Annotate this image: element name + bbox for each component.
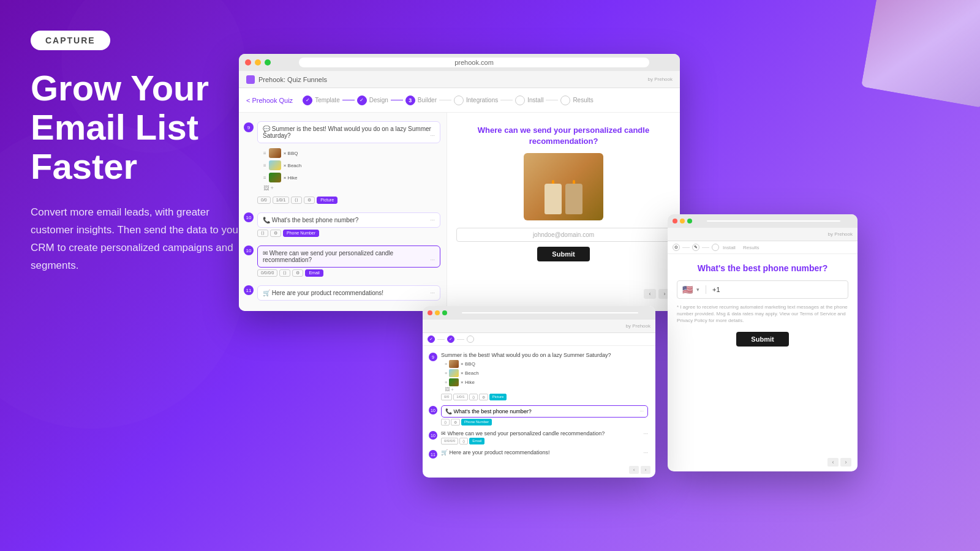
q-tags-9-2: 0/0 1/0/1 ⟨⟩ ⚙ Picture — [441, 394, 648, 400]
q-tag-0000: 0/0/0/0 — [257, 269, 277, 277]
nav-steps: < Prehook Quiz ✓ Template ✓ Design 3 Bui… — [239, 88, 680, 113]
close-btn-2[interactable] — [428, 310, 432, 315]
q-card-11[interactable]: 🛒 Here are your product recommendations!… — [257, 285, 440, 301]
builder-list-2: 9 Summer is the best! What would you do … — [423, 346, 655, 477]
step-results-2[interactable]: ✓ — [447, 335, 454, 343]
step-line-5 — [546, 100, 558, 100]
step-install[interactable]: Install — [515, 96, 543, 105]
third-browser-window: by Prehook ⊙ ✎ Install Results What's th… — [668, 214, 858, 471]
phone-prefix: +1 — [712, 286, 720, 293]
close-btn[interactable] — [245, 59, 251, 66]
q-num-10: 10 — [244, 212, 254, 222]
q-tags-phone-2: ⟨⟩ ⚙ Phone Number — [441, 419, 648, 425]
q-tag-sm-share: ⟨⟩ — [469, 394, 478, 400]
url-bar-3[interactable] — [707, 220, 840, 222]
question-item-10: 10 📞 What's the best phone number? ··· ⟨… — [239, 208, 447, 241]
step-circle-results — [560, 96, 570, 105]
q-thumb-bbq — [269, 148, 281, 158]
step-circle-template: ✓ — [303, 96, 312, 105]
q-text-email-2: ✉ Where can we send your personalized ca… — [441, 430, 648, 437]
q-opt-bbq-2: ≡ × BBQ — [445, 359, 648, 369]
content-2: 9 Summer is the best! What would you do … — [423, 346, 655, 477]
candle-flame-1 — [552, 180, 554, 184]
q-thumb-hike — [269, 173, 281, 182]
step-line-4 — [500, 100, 513, 100]
step-circle-integrations — [454, 96, 464, 105]
step-line-sm-1 — [437, 339, 445, 340]
by-label-2: by Prehook — [626, 323, 650, 329]
step-line-3 — [439, 100, 451, 100]
step-line-sm-3 — [682, 247, 690, 248]
step-other-3[interactable] — [712, 244, 719, 251]
max-btn-3[interactable] — [687, 219, 692, 223]
q-card-phone-2[interactable]: 📞 What's the best phone number? ··· — [441, 405, 648, 418]
q-opt-hike-2: ≡ × Hike — [445, 378, 648, 387]
step-design[interactable]: ✓ Design — [357, 96, 388, 105]
nav-footer-3: ‹ › — [827, 458, 851, 467]
q-card-email[interactable]: ✉ Where can we send your personalized ca… — [257, 246, 440, 268]
question-item-9: 9 💬 Summer is the best! What would you d… — [239, 118, 447, 208]
q-card-9[interactable]: 💬 Summer is the best! What would you do … — [257, 121, 440, 143]
url-bar-2[interactable] — [462, 312, 638, 313]
q-item-9-2: 9 Summer is the best! What would you do … — [425, 350, 653, 403]
preview-submit-button[interactable]: Submit — [537, 247, 589, 261]
step-results-3[interactable]: ✎ — [692, 244, 699, 251]
preview-email-input[interactable]: johndoe@domain.com — [456, 228, 671, 242]
q-tag-settings-10: ⚙ — [270, 230, 281, 237]
q-text-9-2: Summer is the best! What would you do on… — [441, 352, 648, 358]
q-item-email-2: 10 ✉ Where can we send your personalized… — [425, 428, 653, 447]
prev-nav-left[interactable]: ‹ — [644, 289, 656, 299]
step-template[interactable]: ✓ Template — [303, 96, 340, 105]
q-tag-sm-settings: ⚙ — [479, 394, 488, 400]
by-label-3: by Prehook — [828, 231, 853, 237]
nav-left-3[interactable]: ‹ — [827, 458, 839, 467]
q-text-phone-2: What's the best phone number? — [454, 408, 532, 414]
q-num-email-2: 10 — [429, 431, 437, 440]
step-install-3[interactable]: ⊙ — [673, 244, 680, 251]
step-integrations[interactable]: Integrations — [454, 96, 498, 105]
q-tag-settings-email: ⚙ — [292, 269, 303, 277]
app-bar: Prehook: Quiz Funnels by Prehook — [239, 71, 680, 88]
q-tag-0000-2: 0/0/0/0 — [441, 438, 458, 444]
step-install-2[interactable]: ✓ — [428, 335, 435, 343]
close-btn-3[interactable] — [673, 219, 677, 223]
q-tags-10: ⟨⟩ ⚙ Phone Number — [257, 230, 440, 237]
phone-input[interactable]: 🇺🇸 ▾ +1 — [677, 280, 848, 299]
nav-left-2[interactable]: ‹ — [629, 466, 639, 474]
nav-right-3[interactable]: › — [840, 458, 851, 467]
sub-text: Convert more email leads, with greater c… — [31, 204, 251, 275]
min-btn-2[interactable] — [435, 310, 440, 315]
q-tag-settings-p2: ⚙ — [451, 419, 460, 425]
q-text-9: Summer is the best! What would you do on… — [263, 126, 431, 139]
nav-right-2[interactable]: › — [641, 466, 650, 474]
step-nav-2: ✓ ✓ — [423, 333, 655, 346]
step-other-2[interactable] — [467, 335, 474, 343]
minimize-btn[interactable] — [255, 59, 261, 66]
candle-2 — [565, 184, 582, 214]
step-label-install: Install — [527, 97, 543, 103]
step-line-2 — [391, 100, 403, 100]
max-btn-2[interactable] — [442, 310, 447, 315]
corner-decoration — [861, 0, 980, 108]
left-panel: CAPTURE Grow Your Email List Faster Conv… — [31, 31, 263, 275]
q-tags-email-2: 0/0/0/0 ⟨⟩ Email — [441, 438, 648, 444]
q-item-11-2: 11 🛒 Here are your product recommendatio… — [425, 447, 653, 458]
app-bar-2: by Prehook — [423, 320, 655, 333]
step-nav-3: ⊙ ✎ Install Results — [668, 241, 858, 254]
back-link[interactable]: < Prehook Quiz — [246, 97, 293, 104]
q-icon-cart: 🛒 — [263, 290, 270, 296]
step-label-integrations: Integrations — [466, 97, 498, 103]
maximize-btn[interactable] — [265, 59, 271, 66]
q-tag-share-p2: ⟨⟩ — [441, 419, 450, 425]
q-num-11: 11 — [244, 285, 254, 295]
q-option-bbq: ≡ × BBQ — [263, 147, 440, 159]
step-label-template: Template — [315, 97, 340, 103]
min-btn-3[interactable] — [680, 219, 685, 223]
step-results[interactable]: Results — [560, 96, 593, 105]
q-card-10[interactable]: 📞 What's the best phone number? ··· — [257, 212, 440, 228]
step-builder[interactable]: 3 Builder — [405, 96, 437, 105]
url-bar[interactable]: prehook.com — [299, 58, 649, 67]
q-num-11-2: 11 — [429, 450, 437, 459]
phone-submit-button[interactable]: Submit — [736, 332, 788, 347]
q-icon-email: ✉ — [263, 250, 268, 257]
